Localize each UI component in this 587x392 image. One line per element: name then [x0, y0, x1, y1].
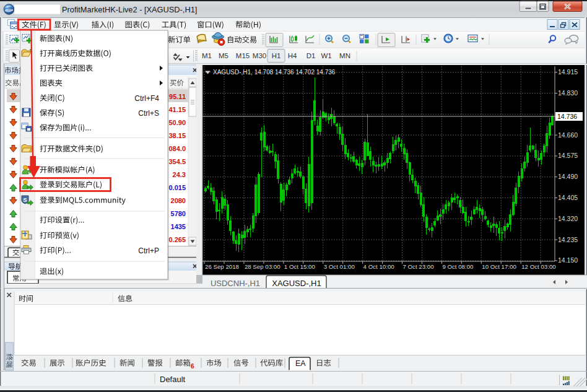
svg-text:5780: 5780 — [171, 210, 186, 217]
svg-text:M30: M30 — [253, 52, 266, 59]
svg-text:H4: H4 — [288, 52, 297, 59]
svg-text:7 Oct 23:00: 7 Oct 23:00 — [403, 263, 435, 270]
svg-text:XAGUSD-,H1: XAGUSD-,H1 — [272, 279, 321, 288]
svg-text:M5: M5 — [219, 52, 228, 59]
svg-text:14.830: 14.830 — [558, 89, 578, 97]
svg-text:50.90: 50.90 — [168, 119, 186, 126]
svg-text:14.660: 14.660 — [558, 131, 578, 139]
svg-text:95.11: 95.11 — [169, 93, 186, 100]
svg-text:USDCNH-,H1: USDCNH-,H1 — [211, 279, 260, 288]
svg-text:3 Oct 01:00: 3 Oct 01:00 — [324, 263, 355, 270]
svg-text:2080: 2080 — [171, 197, 186, 204]
svg-text:D1: D1 — [307, 52, 316, 59]
svg-text:4 Oct 10:00: 4 Oct 10:00 — [363, 263, 395, 270]
svg-text:MN: MN — [339, 52, 350, 59]
svg-text:XAGUSD-,H1, 14.708 14.736 14.7: XAGUSD-,H1, 14.708 14.736 14.702 14.736 — [213, 69, 336, 76]
svg-text:14.575: 14.575 — [558, 152, 578, 159]
svg-text:084.0: 084.0 — [168, 145, 186, 152]
svg-text:M1: M1 — [202, 52, 212, 59]
svg-text:0.265: 0.265 — [168, 236, 186, 243]
svg-text:6: 6 — [191, 363, 194, 370]
svg-text:W1: W1 — [321, 52, 331, 59]
svg-text:14.235: 14.235 — [558, 236, 578, 243]
svg-text:24.3: 24.3 — [173, 171, 186, 178]
svg-text:10 Oct 17:00: 10 Oct 17:00 — [482, 263, 516, 270]
svg-text:14.736: 14.736 — [557, 113, 577, 120]
svg-text:Ctrl+S: Ctrl+S — [138, 109, 159, 118]
svg-text:14.915: 14.915 — [558, 68, 578, 76]
svg-text:S: S — [23, 196, 27, 203]
svg-text:M15: M15 — [236, 52, 250, 59]
svg-text:26 Sep 2018: 26 Sep 2018 — [205, 263, 239, 270]
svg-text:14.320: 14.320 — [558, 215, 578, 222]
svg-text:354.5: 354.5 — [168, 158, 186, 165]
svg-text:PROFIT: PROFIT — [6, 9, 13, 12]
svg-text:14.405: 14.405 — [558, 194, 578, 201]
svg-text:9 Oct 08:00: 9 Oct 08:00 — [442, 263, 474, 270]
svg-text:Ctrl+F4: Ctrl+F4 — [134, 94, 159, 103]
svg-text:1435: 1435 — [171, 223, 186, 230]
svg-text:14.150: 14.150 — [558, 256, 578, 264]
svg-text:H1: H1 — [272, 52, 281, 59]
svg-text:1 Oct 15:00: 1 Oct 15:00 — [284, 263, 316, 270]
svg-text:28 Sep 03:00: 28 Sep 03:00 — [245, 263, 280, 270]
svg-text:Ctrl+P: Ctrl+P — [138, 246, 159, 255]
svg-text:14.490: 14.490 — [558, 173, 578, 180]
svg-text:41.15: 41.15 — [168, 106, 186, 113]
svg-text:EA: EA — [295, 359, 306, 368]
svg-text:38.15: 38.15 — [168, 132, 186, 139]
svg-text:Default: Default — [160, 375, 186, 384]
svg-text:0.015: 0.015 — [168, 184, 186, 191]
svg-text:ProfitMarketHK-Live2 - [XAGUSD: ProfitMarketHK-Live2 - [XAGUSD-,H1] — [62, 5, 197, 14]
svg-text:12 Oct 03:00: 12 Oct 03:00 — [521, 263, 556, 270]
